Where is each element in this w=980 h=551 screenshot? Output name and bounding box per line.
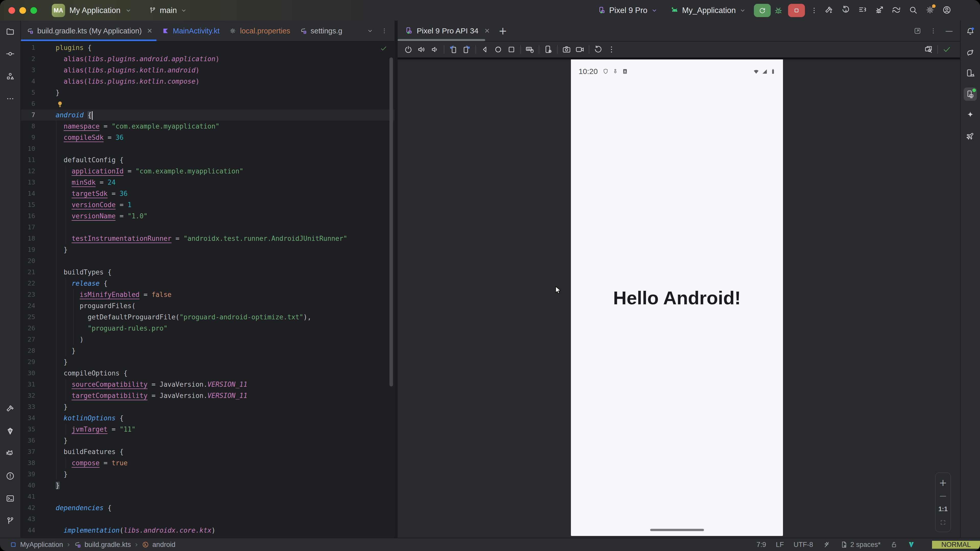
commit-button[interactable] xyxy=(3,47,17,60)
code-line[interactable]: applicationId = "com.example.myapplicati… xyxy=(56,165,395,177)
line-number[interactable]: 23 xyxy=(21,289,35,300)
attach-debugger-button[interactable] xyxy=(875,5,884,16)
actual-size-button[interactable]: 1:1 xyxy=(939,505,948,513)
more-vert-icon[interactable] xyxy=(607,45,616,54)
code-line[interactable]: proguardFiles( xyxy=(56,300,395,311)
line-number[interactable]: 19 xyxy=(21,244,35,256)
notifications-button[interactable] xyxy=(964,25,977,38)
screenshot-search-icon[interactable] xyxy=(924,45,933,54)
close-window-button[interactable] xyxy=(8,7,15,14)
line-number[interactable]: 6 xyxy=(21,98,35,110)
code-line[interactable] xyxy=(56,491,395,502)
close-device-tab-icon[interactable]: ✕ xyxy=(484,27,490,34)
tab-local-properties[interactable]: local.properties xyxy=(224,21,294,41)
code-line[interactable]: alias(libs.plugins.android.application) xyxy=(56,53,395,65)
code-line[interactable]: } xyxy=(56,356,395,368)
code-line[interactable]: } xyxy=(56,87,395,98)
code-line[interactable]: targetCompatibility = JavaVersion.VERSIO… xyxy=(56,390,395,401)
line-number[interactable]: 20 xyxy=(21,256,35,267)
open-in-new-window-icon[interactable] xyxy=(914,27,921,35)
code-line[interactable]: implementation(libs.androidx.core.ktx) xyxy=(56,525,395,536)
problems-button[interactable] xyxy=(3,469,17,483)
hardware-input-icon[interactable] xyxy=(525,45,535,54)
close-tab-icon[interactable]: ✕ xyxy=(147,27,152,34)
code-line[interactable]: jvmTarget = "11" xyxy=(56,424,395,435)
minimize-window-button[interactable] xyxy=(19,7,26,14)
check-icon[interactable] xyxy=(942,45,951,54)
code-line[interactable]: namespace = "com.example.myapplication" xyxy=(56,121,395,132)
panel-options-icon[interactable] xyxy=(929,27,937,35)
code-line[interactable] xyxy=(56,222,395,233)
screen-record-icon[interactable] xyxy=(575,45,584,54)
line-number[interactable]: 9 xyxy=(21,132,35,143)
line-number[interactable]: 26 xyxy=(21,323,35,334)
line-number[interactable]: 17 xyxy=(21,222,35,233)
line-number[interactable]: 7 xyxy=(21,110,35,121)
code-line[interactable]: alias(libs.plugins.kotlin.compose) xyxy=(56,76,395,87)
line-number[interactable]: 39 xyxy=(21,468,35,480)
line-number[interactable]: 44 xyxy=(21,525,35,536)
build-project-button[interactable] xyxy=(824,5,834,16)
inspections-ok-icon[interactable] xyxy=(380,44,387,52)
line-number[interactable]: 15 xyxy=(21,199,35,210)
panel-splitter[interactable] xyxy=(395,21,398,538)
app-inspection-button[interactable] xyxy=(3,424,17,438)
code-line[interactable]: alias(libs.plugins.kotlin.android) xyxy=(56,65,395,76)
code-line[interactable]: targetSdk = 36 xyxy=(56,188,395,199)
device-manager-button[interactable] xyxy=(964,67,977,80)
structure-button[interactable] xyxy=(3,70,17,83)
line-number[interactable]: 40 xyxy=(21,480,35,491)
profile-button[interactable] xyxy=(942,5,951,16)
rotate-right-icon[interactable] xyxy=(462,45,471,54)
vim-mode-badge[interactable]: NORMAL xyxy=(932,541,980,549)
zoom-in-button[interactable]: + xyxy=(939,479,947,486)
code-line[interactable] xyxy=(56,143,395,154)
line-number[interactable]: 12 xyxy=(21,165,35,177)
device-settings-icon[interactable] xyxy=(544,45,553,54)
code-line[interactable]: compileOptions { xyxy=(56,368,395,379)
gemini-button[interactable] xyxy=(964,108,977,122)
code-line[interactable]: dependencies { xyxy=(56,502,395,513)
line-number[interactable]: 37 xyxy=(21,446,35,457)
volume-up-icon[interactable] xyxy=(417,45,426,54)
line-number[interactable]: 14 xyxy=(21,188,35,199)
file-encoding[interactable]: UTF-8 xyxy=(794,541,813,549)
code-line[interactable]: } xyxy=(56,345,395,356)
breadcrumb-file[interactable]: build.gradle.kts xyxy=(74,541,131,549)
running-devices-button[interactable] xyxy=(964,87,977,101)
navigation-handle[interactable] xyxy=(650,529,704,531)
zoom-window-button[interactable] xyxy=(30,7,37,14)
sync-gradle-button[interactable] xyxy=(892,5,901,16)
stop-button[interactable] xyxy=(788,4,805,17)
zoom-out-button[interactable]: − xyxy=(939,493,947,499)
run-configuration-selector[interactable]: My_Application xyxy=(671,6,746,15)
back-icon[interactable] xyxy=(480,45,490,54)
caret-position[interactable]: 7:9 xyxy=(756,541,766,549)
overview-icon[interactable] xyxy=(507,45,516,54)
code-line[interactable]: ) xyxy=(56,334,395,345)
line-number[interactable]: 3 xyxy=(21,65,35,76)
line-number[interactable]: 18 xyxy=(21,233,35,244)
rerun-button[interactable] xyxy=(754,4,771,17)
line-number[interactable]: 43 xyxy=(21,513,35,525)
code-line[interactable]: compileSdk = 36 xyxy=(56,132,395,143)
line-number[interactable]: 5 xyxy=(21,87,35,98)
line-number[interactable]: 38 xyxy=(21,457,35,468)
line-number[interactable]: 36 xyxy=(21,435,35,446)
apply-changes-button[interactable]: A xyxy=(841,5,850,16)
code-line[interactable]: versionCode = 1 xyxy=(56,199,395,210)
code-line[interactable]: defaultConfig { xyxy=(56,154,395,165)
add-device-tab-button[interactable]: + xyxy=(499,26,508,36)
debug-button[interactable] xyxy=(774,6,783,15)
line-number[interactable]: 42 xyxy=(21,502,35,513)
line-number[interactable]: 31 xyxy=(21,379,35,390)
code-line[interactable]: release { xyxy=(56,278,395,289)
code-line[interactable]: plugins { xyxy=(56,42,395,53)
breadcrumb-element[interactable]: android xyxy=(142,541,175,549)
indent-widget[interactable]: 2 spaces* xyxy=(840,541,881,549)
tab-settings-gradle[interactable]: settings.g xyxy=(294,21,346,41)
line-number[interactable]: 16 xyxy=(21,210,35,222)
code-line[interactable]: } xyxy=(56,468,395,480)
code-editor[interactable]: 1234567891011121314151617181920212223242… xyxy=(21,41,395,538)
line-number[interactable]: 10 xyxy=(21,143,35,154)
